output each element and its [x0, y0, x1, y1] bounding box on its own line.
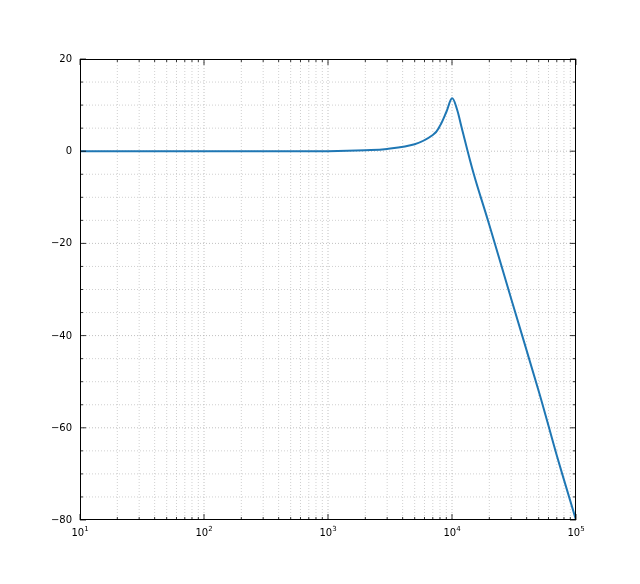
x-tick-label: 103 [319, 525, 336, 538]
x-tick-label: 104 [443, 525, 461, 538]
y-tick-label: −20 [51, 237, 72, 248]
y-tick-label: 20 [59, 53, 72, 64]
y-tick-label: −80 [51, 514, 72, 525]
x-tick-label: 105 [567, 525, 584, 538]
x-tick-label: 101 [71, 525, 88, 538]
y-tick-label: −40 [51, 330, 72, 341]
y-tick-label: 0 [66, 145, 72, 156]
y-tick-label: −60 [51, 422, 72, 433]
axes-svg: 101102103104105−80−60−40−20020 [80, 59, 576, 520]
x-tick-label: 102 [195, 525, 212, 538]
figure: 101102103104105−80−60−40−20020 [0, 0, 640, 584]
axes: 101102103104105−80−60−40−20020 [80, 59, 576, 520]
